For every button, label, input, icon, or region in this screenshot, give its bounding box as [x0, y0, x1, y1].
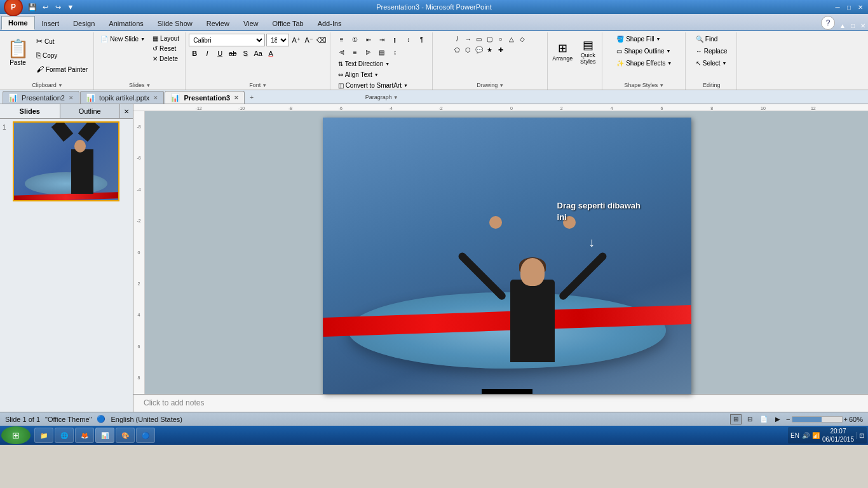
new-tab-button[interactable]: +	[245, 91, 258, 104]
increase-indent-button[interactable]: ⇥	[376, 34, 388, 45]
format-painter-button[interactable]: 🖌 Format Painter	[33, 63, 91, 76]
notes-area[interactable]: Click to add notes	[133, 394, 868, 412]
shape-arrow[interactable]: →	[463, 34, 473, 44]
replace-button[interactable]: ↔ Replace	[693, 46, 731, 57]
shape-format-expand[interactable]: ▼	[659, 83, 664, 88]
reset-button[interactable]: ↺ Reset	[149, 44, 182, 53]
increase-font-button[interactable]: A⁺	[290, 34, 302, 46]
taskbar-ie[interactable]: 🌐	[55, 428, 74, 443]
italic-button[interactable]: I	[201, 48, 213, 59]
tab-review[interactable]: Review	[200, 16, 236, 30]
slide-panel-close[interactable]: ✕	[120, 104, 133, 118]
slide-canvas[interactable]: Drag seperti dibawah ini ↓	[323, 118, 691, 394]
doc-tab-presentation2[interactable]: 📊 Presentation2 ✕	[3, 91, 79, 104]
slide-sorter-button[interactable]: ⊟	[744, 414, 756, 424]
doc-tab-close-0[interactable]: ✕	[69, 95, 74, 101]
copy-button[interactable]: ⎘ Copy	[33, 49, 91, 62]
tab-view[interactable]: View	[236, 16, 266, 30]
tab-insert[interactable]: Insert	[35, 16, 67, 30]
shape-cross[interactable]: ✚	[496, 44, 506, 55]
shape-line[interactable]: /	[452, 34, 463, 44]
slides-expand[interactable]: ▼	[146, 83, 151, 88]
font-color-button[interactable]: A	[265, 48, 276, 59]
slides-tab[interactable]: Slides	[0, 104, 60, 118]
cut-button[interactable]: ✂ Cut	[33, 35, 91, 48]
start-button[interactable]: ⊞	[1, 426, 31, 444]
numbering-button[interactable]: ①	[349, 34, 362, 45]
tray-sound-icon[interactable]: 🔊	[802, 432, 810, 439]
tab-home[interactable]: Home	[1, 16, 35, 30]
shadow-button[interactable]: S	[240, 48, 251, 59]
font-expand[interactable]: ▼	[262, 83, 267, 88]
align-left-button[interactable]: ⫷	[336, 46, 348, 58]
doc-tab-close-2[interactable]: ✕	[234, 95, 239, 101]
quick-styles-button[interactable]: ▤ Quick Styles	[576, 34, 599, 69]
doc-tab-presentation3[interactable]: 📊 Presentation3 ✕	[165, 91, 245, 104]
reading-view-button[interactable]: 📄	[758, 414, 770, 424]
ribbon-minimize-button[interactable]: ▲	[837, 21, 848, 30]
shape-hexagon[interactable]: ⬡	[463, 44, 473, 55]
tray-network-icon[interactable]: 📶	[812, 432, 820, 439]
text-direction-button[interactable]: ⇅ Text Direction ▼	[336, 59, 393, 69]
clear-format-button[interactable]: ⌫	[316, 34, 327, 46]
new-slide-button[interactable]: 📄 New Slide ▼	[97, 34, 148, 44]
smartart-button[interactable]: ◫ Convert to SmartArt ▼	[336, 81, 410, 90]
sort-button[interactable]: ↕	[402, 34, 415, 45]
zoom-in-button[interactable]: +	[844, 416, 848, 423]
find-button[interactable]: 🔍 Find	[693, 34, 721, 44]
ribbon-restore-button[interactable]: □	[848, 21, 858, 30]
decrease-indent-button[interactable]: ⇤	[362, 34, 375, 45]
align-text-button[interactable]: ⇔ Align Text ▼	[336, 70, 381, 79]
slide-thumb-img-1[interactable]	[13, 121, 119, 201]
show-desktop-button[interactable]: ⊡	[857, 432, 864, 439]
taskbar-app6[interactable]: 🔵	[136, 428, 155, 443]
strikethrough-button[interactable]: ab	[227, 48, 238, 59]
select-button[interactable]: ↖ Select ▼	[693, 58, 730, 69]
redo-qa-button[interactable]: ↪	[52, 1, 64, 13]
normal-view-button[interactable]: ⊞	[730, 414, 742, 424]
show-hide-button[interactable]: ¶	[416, 34, 428, 45]
office-button[interactable]: P	[4, 0, 23, 17]
save-qa-button[interactable]: 💾	[27, 1, 38, 13]
shape-outline-button[interactable]: ▭ Shape Outline ▼	[613, 46, 674, 57]
align-right-button[interactable]: ⫸	[362, 46, 375, 58]
line-spacing-button[interactable]: ↕	[389, 46, 402, 58]
more-qa-button[interactable]: ▼	[65, 1, 76, 13]
tab-officetab[interactable]: Office Tab	[266, 16, 311, 30]
drawing-expand[interactable]: ▼	[499, 83, 504, 88]
paste-button[interactable]: 📋 Paste	[4, 34, 32, 72]
tab-addins[interactable]: Add-Ins	[311, 16, 349, 30]
align-center-button[interactable]: ≡	[349, 46, 362, 58]
bullets-button[interactable]: ≡	[336, 34, 348, 45]
shape-star[interactable]: ★	[485, 44, 495, 55]
tab-slideshow[interactable]: Slide Show	[151, 16, 200, 30]
paragraph-expand[interactable]: ▼	[393, 95, 398, 100]
shape-triangle[interactable]: △	[506, 34, 517, 44]
shape-callout[interactable]: 💬	[474, 44, 484, 55]
ribbon-close-button[interactable]: ✕	[858, 21, 868, 30]
slideshow-view-button[interactable]: ▶	[772, 414, 783, 424]
outline-tab[interactable]: Outline	[60, 104, 121, 118]
restore-button[interactable]: □	[844, 3, 854, 11]
tab-design[interactable]: Design	[66, 16, 102, 30]
minimize-button[interactable]: ─	[832, 3, 843, 11]
shape-pentagon[interactable]: ⬠	[452, 44, 463, 55]
shape-rounded-rect[interactable]: ▢	[485, 34, 495, 44]
shape-rect[interactable]: ▭	[474, 34, 484, 44]
font-family-select[interactable]: Calibri	[189, 34, 265, 46]
close-button[interactable]: ✕	[855, 3, 865, 11]
change-case-button[interactable]: Aa	[252, 48, 264, 59]
shape-effects-button[interactable]: ✨ Shape Effects ▼	[613, 58, 675, 69]
underline-button[interactable]: U	[214, 48, 226, 59]
layout-button[interactable]: ▦ Layout	[149, 34, 182, 43]
arrange-button[interactable]: ⊞ Arrange	[551, 34, 574, 69]
undo-qa-button[interactable]: ↩	[39, 1, 51, 13]
zoom-out-button[interactable]: −	[786, 416, 790, 423]
taskbar-firefox[interactable]: 🦊	[75, 428, 94, 443]
shape-circle[interactable]: ○	[496, 34, 506, 44]
font-size-select[interactable]: 18	[266, 34, 289, 46]
columns-button[interactable]: ⫿	[389, 34, 402, 45]
bold-button[interactable]: B	[189, 48, 200, 59]
justify-button[interactable]: ▤	[376, 46, 388, 58]
tab-animations[interactable]: Animations	[102, 16, 150, 30]
